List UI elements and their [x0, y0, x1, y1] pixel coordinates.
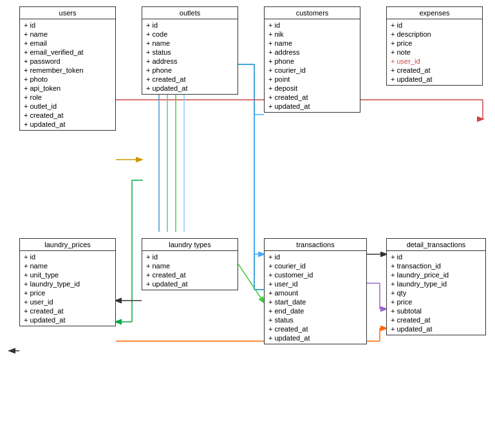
- field-tr-start-date: + start_date: [268, 297, 362, 306]
- field-outlets-phone: + phone: [146, 66, 234, 75]
- field-expenses-note: + note: [391, 48, 478, 57]
- field-customers-created-at: + created_at: [268, 93, 356, 102]
- field-customers-point: + point: [268, 75, 356, 84]
- field-lt-updated-at: + updated_at: [146, 279, 234, 288]
- table-outlets: outlets + id + code + name + status + ad…: [142, 6, 238, 95]
- table-expenses-body: + id + description + price + note + user…: [387, 19, 482, 85]
- field-tr-end-date: + end_date: [268, 306, 362, 315]
- field-tr-created-at: + created_at: [268, 324, 362, 333]
- table-laundry-prices: laundry_prices + id + name + unit_type +…: [19, 238, 116, 326]
- field-expenses-user-id: + user_id: [391, 57, 478, 66]
- field-lp-user-id: + user_id: [24, 297, 111, 306]
- field-users-api-token: + api_token: [24, 84, 111, 93]
- field-expenses-id: + id: [391, 21, 478, 30]
- field-dt-price: + price: [391, 297, 481, 306]
- field-customers-updated-at: + updated_at: [268, 102, 356, 111]
- field-tr-user-id: + user_id: [268, 279, 362, 288]
- field-outlets-name: + name: [146, 39, 234, 48]
- field-lp-price: + price: [24, 288, 111, 297]
- field-users-email-verified: + email_verified_at: [24, 48, 111, 57]
- table-outlets-body: + id + code + name + status + address + …: [142, 19, 238, 94]
- field-lt-created-at: + created_at: [146, 270, 234, 279]
- field-users-remember-token: + remember_token: [24, 66, 111, 75]
- field-users-email: + email: [24, 39, 111, 48]
- field-dt-created-at: + created_at: [391, 315, 481, 324]
- field-users-name: + name: [24, 30, 111, 39]
- field-users-role: + role: [24, 93, 111, 102]
- field-customers-nik: + nik: [268, 30, 356, 39]
- field-expenses-price: + price: [391, 39, 478, 48]
- field-dt-transaction-id: + transaction_id: [391, 261, 481, 270]
- field-dt-laundry-price-id: + laundry_price_id: [391, 270, 481, 279]
- table-laundry-types-header: laundry types: [142, 239, 238, 251]
- table-laundry-types: laundry types + id + name + created_at +…: [142, 238, 238, 290]
- table-users-body: + id + name + email + email_verified_at …: [20, 19, 115, 130]
- table-expenses-header: expenses: [387, 7, 482, 19]
- field-customers-courier-id: + courier_id: [268, 66, 356, 75]
- field-dt-qty: + qty: [391, 288, 481, 297]
- field-outlets-address: + address: [146, 57, 234, 66]
- table-detail-transactions: detail_transactions + id + transaction_i…: [386, 238, 486, 335]
- field-users-photo: + photo: [24, 75, 111, 84]
- field-tr-courier-id: + courier_id: [268, 261, 362, 270]
- field-expenses-description: + description: [391, 30, 478, 39]
- table-transactions: transactions + id + courier_id + custome…: [264, 238, 367, 344]
- field-users-updated-at: + updated_at: [24, 120, 111, 129]
- table-laundry-prices-header: laundry_prices: [20, 239, 115, 251]
- field-lt-name: + name: [146, 261, 234, 270]
- diagram-container: users + id + name + email + email_verifi…: [0, 0, 495, 448]
- field-outlets-status: + status: [146, 48, 234, 57]
- table-laundry-types-body: + id + name + created_at + updated_at: [142, 251, 238, 290]
- field-lt-id: + id: [146, 252, 234, 261]
- field-users-outlet-id: + outlet_id: [24, 102, 111, 111]
- field-tr-id: + id: [268, 252, 362, 261]
- table-detail-transactions-header: detail_transactions: [387, 239, 485, 251]
- field-dt-updated-at: + updated_at: [391, 324, 481, 333]
- field-customers-deposit: + deposit: [268, 84, 356, 93]
- table-users-header: users: [20, 7, 115, 19]
- table-detail-transactions-body: + id + transaction_id + laundry_price_id…: [387, 251, 485, 335]
- table-expenses: expenses + id + description + price + no…: [386, 6, 483, 86]
- field-lp-id: + id: [24, 252, 111, 261]
- field-tr-customer-id: + customer_id: [268, 270, 362, 279]
- table-customers-body: + id + nik + name + address + phone + co…: [265, 19, 360, 112]
- field-users-password: + password: [24, 57, 111, 66]
- field-customers-id: + id: [268, 21, 356, 30]
- field-dt-laundry-type-id: + laundry_type_id: [391, 279, 481, 288]
- field-lp-updated-at: + updated_at: [24, 315, 111, 324]
- table-transactions-header: transactions: [265, 239, 366, 251]
- field-customers-address: + address: [268, 48, 356, 57]
- field-outlets-created-at: + created_at: [146, 75, 234, 84]
- field-customers-name: + name: [268, 39, 356, 48]
- field-lp-laundry-type-id: + laundry_type_id: [24, 279, 111, 288]
- field-outlets-updated-at: + updated_at: [146, 84, 234, 93]
- field-users-created-at: + created_at: [24, 111, 111, 120]
- table-customers: customers + id + nik + name + address + …: [264, 6, 360, 113]
- field-dt-id: + id: [391, 252, 481, 261]
- table-transactions-body: + id + courier_id + customer_id + user_i…: [265, 251, 366, 344]
- field-dt-subtotal: + subtotal: [391, 306, 481, 315]
- table-laundry-prices-body: + id + name + unit_type + laundry_type_i…: [20, 251, 115, 326]
- field-tr-updated-at: + updated_at: [268, 333, 362, 342]
- field-lp-unit-type: + unit_type: [24, 270, 111, 279]
- table-outlets-header: outlets: [142, 7, 238, 19]
- field-tr-status: + status: [268, 315, 362, 324]
- field-lp-created-at: + created_at: [24, 306, 111, 315]
- svg-line-16: [238, 264, 264, 303]
- field-expenses-created-at: + created_at: [391, 66, 478, 75]
- field-tr-amount: + amount: [268, 288, 362, 297]
- field-outlets-code: + code: [146, 30, 234, 39]
- field-customers-phone: + phone: [268, 57, 356, 66]
- table-customers-header: customers: [265, 7, 360, 19]
- field-expenses-updated-at: + updated_at: [391, 75, 478, 84]
- field-lp-name: + name: [24, 261, 111, 270]
- table-users: users + id + name + email + email_verifi…: [19, 6, 116, 131]
- field-outlets-id: + id: [146, 21, 234, 30]
- field-users-id: + id: [24, 21, 111, 30]
